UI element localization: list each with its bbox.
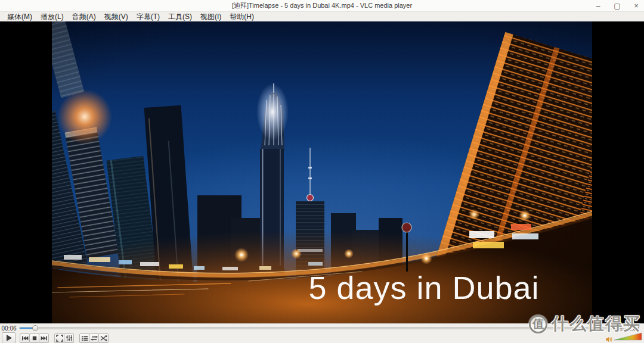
title-bar[interactable]: [迪拜]Timelapse - 5 days in Dubai 4K.mp4 -… — [0, 0, 644, 12]
total-time: 2:37 — [624, 325, 644, 332]
maximize-button[interactable]: ▢ — [613, 0, 621, 12]
playlist-icon — [81, 335, 88, 342]
random-icon — [100, 335, 107, 342]
menu-bar: 媒体(M) 播放(L) 音频(A) 视频(V) 字幕(T) 工具(S) 视图(I… — [0, 12, 644, 21]
extended-settings-button[interactable] — [64, 333, 74, 343]
vlc-window: [迪拜]Timelapse - 5 days in Dubai 4K.mp4 -… — [0, 0, 644, 343]
fullscreen-icon — [56, 335, 63, 342]
stop-icon — [31, 335, 38, 342]
minimize-button[interactable]: – — [594, 0, 602, 12]
menu-item-tools[interactable]: 工具(S) — [164, 12, 196, 21]
previous-button[interactable] — [20, 333, 30, 343]
menu-item-help[interactable]: 帮助(H) — [225, 12, 258, 21]
menu-item-playback[interactable]: 播放(L) — [36, 12, 68, 21]
next-button[interactable] — [39, 333, 49, 343]
speaker-icon — [605, 336, 613, 343]
next-icon — [41, 335, 48, 342]
stop-button[interactable] — [29, 333, 39, 343]
seek-thumb[interactable] — [32, 325, 38, 331]
previous-icon — [21, 335, 29, 342]
menu-item-subtitle[interactable]: 字幕(T) — [132, 12, 164, 21]
elapsed-time: 00:06 — [0, 325, 18, 332]
window-title: [迪拜]Timelapse - 5 days in Dubai 4K.mp4 -… — [232, 1, 412, 10]
play-button[interactable] — [2, 332, 16, 343]
seek-bar[interactable] — [19, 327, 623, 329]
loop-button[interactable] — [89, 333, 99, 343]
loop-icon — [91, 335, 98, 342]
fullscreen-button[interactable] — [54, 333, 64, 343]
play-icon — [4, 333, 13, 342]
menu-item-media[interactable]: 媒体(M) — [3, 12, 36, 21]
extended-settings-icon — [66, 335, 73, 342]
random-button[interactable] — [98, 333, 109, 343]
volume-widget: 125% — [605, 332, 642, 343]
playlist-button[interactable] — [79, 333, 89, 343]
menu-item-video[interactable]: 视频(V) — [100, 12, 132, 21]
menu-item-audio[interactable]: 音频(A) — [68, 12, 100, 21]
video-title-overlay: 5 days in Dubai — [308, 270, 539, 305]
volume-level: 125% — [615, 328, 626, 332]
control-bar: 00:06 2:37 — [0, 323, 644, 343]
menu-item-view[interactable]: 视图(I) — [196, 12, 225, 21]
close-button[interactable]: × — [632, 0, 640, 12]
volume-slider[interactable] — [614, 332, 642, 341]
video-display[interactable]: 5 days in Dubai — [0, 21, 644, 323]
video-frame: 5 days in Dubai — [52, 21, 592, 323]
